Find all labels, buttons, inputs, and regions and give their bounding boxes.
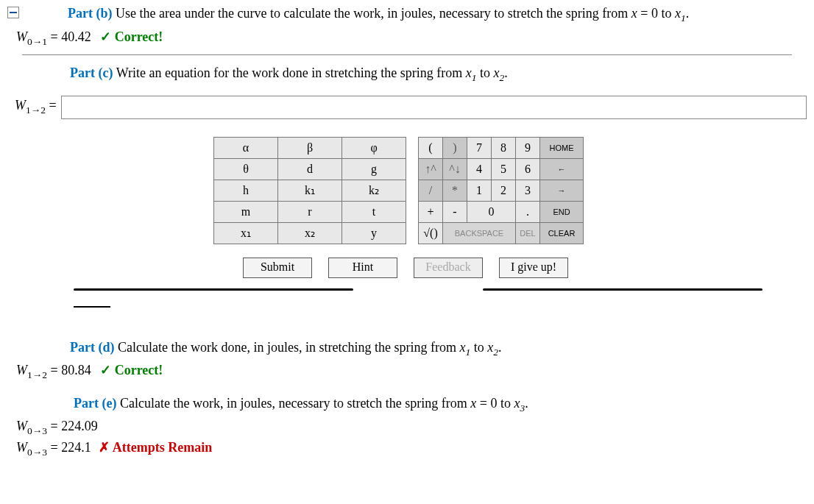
key-rparen[interactable]: ) xyxy=(443,137,467,158)
key-h[interactable]: h xyxy=(214,180,278,201)
key-8[interactable]: 8 xyxy=(492,137,516,158)
key-9[interactable]: 9 xyxy=(516,137,540,158)
key-2[interactable]: 2 xyxy=(492,180,516,201)
key-dot[interactable]: . xyxy=(516,201,540,222)
key-sub[interactable]: ^↓ xyxy=(443,158,467,180)
equation-input[interactable] xyxy=(61,96,807,119)
key-theta[interactable]: θ xyxy=(214,158,278,180)
part-c-label: Part (c) xyxy=(70,65,113,80)
part-b-x: x xyxy=(631,6,637,21)
part-e-answer-2: W0→3 = 224.1 Attempts Remain xyxy=(7,439,807,458)
key-x2[interactable]: x₂ xyxy=(278,222,342,244)
key-left[interactable]: ← xyxy=(540,158,584,180)
key-t[interactable]: t xyxy=(342,201,406,222)
part-b-prompt-1: Use the area under the curve to calculat… xyxy=(112,6,631,21)
key-m[interactable]: m xyxy=(214,201,278,222)
key-phi[interactable]: φ xyxy=(342,137,406,158)
key-mul[interactable]: * xyxy=(443,180,467,201)
key-lparen[interactable]: ( xyxy=(419,137,443,158)
divider xyxy=(22,54,792,55)
divider-shadow xyxy=(7,284,807,294)
key-x1[interactable]: x₁ xyxy=(214,222,278,244)
key-plus[interactable]: + xyxy=(419,201,443,222)
part-b-x1: x xyxy=(675,6,681,21)
part-b-answer: W0→1 = 40.42 Correct! xyxy=(7,29,807,48)
hint-button[interactable]: Hint xyxy=(328,258,397,278)
key-right[interactable]: → xyxy=(540,180,584,201)
key-k1[interactable]: k₁ xyxy=(278,180,342,201)
key-y[interactable]: y xyxy=(342,222,406,244)
key-del[interactable]: DEL xyxy=(516,222,540,244)
giveup-button[interactable]: I give up! xyxy=(499,258,568,278)
key-backspace[interactable]: BACKSPACE xyxy=(443,222,516,244)
key-3[interactable]: 3 xyxy=(516,180,540,201)
key-1[interactable]: 1 xyxy=(467,180,492,201)
key-0[interactable]: 0 xyxy=(467,201,516,222)
attempts-badge: Attempts Remain xyxy=(99,440,212,455)
key-5[interactable]: 5 xyxy=(492,158,516,180)
key-home[interactable]: HOME xyxy=(540,137,584,158)
part-b-x1-sub: 1 xyxy=(681,13,686,24)
submit-button[interactable]: Submit xyxy=(243,258,312,278)
key-minus[interactable]: - xyxy=(443,201,467,222)
variable-keypad: αβφ θdg hk₁k₂ mrt x₁x₂y xyxy=(213,137,406,244)
part-e-label: Part (e) xyxy=(74,396,116,411)
key-k2[interactable]: k₂ xyxy=(342,180,406,201)
key-7[interactable]: 7 xyxy=(467,137,492,158)
feedback-button: Feedback xyxy=(414,258,483,278)
correct-badge: Correct! xyxy=(100,363,163,377)
part-c-lhs: W1→2 = xyxy=(15,98,61,116)
key-6[interactable]: 6 xyxy=(516,158,540,180)
part-d-label: Part (d) xyxy=(70,340,114,355)
key-sup[interactable]: ↑^ xyxy=(419,158,443,180)
correct-badge: Correct! xyxy=(100,29,163,44)
numeric-keypad: ( ) 7 8 9 HOME ↑^ ^↓ 4 5 6 ← / * 1 2 3 →… xyxy=(418,137,584,244)
part-d-answer: W1→2 = 80.84 Correct! xyxy=(7,362,807,381)
key-beta[interactable]: β xyxy=(278,137,342,158)
key-clear[interactable]: CLEAR xyxy=(540,222,584,244)
part-c-prompt-1: Write an equation for the work done in s… xyxy=(113,65,465,80)
key-d[interactable]: d xyxy=(278,158,342,180)
small-rule xyxy=(74,306,110,308)
key-sqrt[interactable]: √() xyxy=(419,222,443,244)
part-e-answer-1: W0→3 = 224.09 xyxy=(7,419,807,437)
key-g[interactable]: g xyxy=(342,158,406,180)
key-end[interactable]: END xyxy=(540,201,584,222)
key-alpha[interactable]: α xyxy=(214,137,278,158)
part-b-label: Part (b) xyxy=(68,6,112,21)
collapse-icon[interactable] xyxy=(7,7,19,18)
key-4[interactable]: 4 xyxy=(467,158,492,180)
part-b-eq: = 0 to xyxy=(637,6,675,21)
key-r[interactable]: r xyxy=(278,201,342,222)
key-div[interactable]: / xyxy=(419,180,443,201)
